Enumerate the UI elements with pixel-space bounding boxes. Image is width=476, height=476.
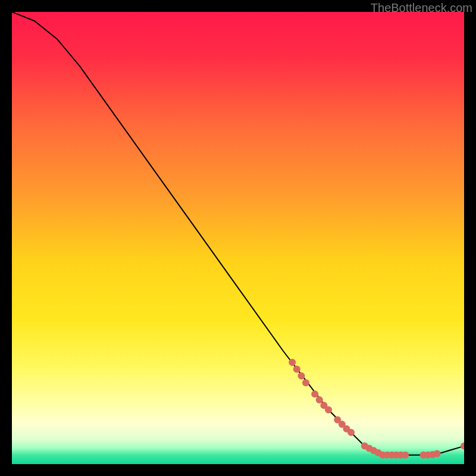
bottleneck-chart — [12, 12, 464, 464]
data-marker — [325, 406, 332, 414]
data-marker — [402, 452, 409, 459]
chart-background — [12, 12, 464, 464]
data-marker — [347, 429, 355, 436]
data-marker — [302, 379, 309, 386]
data-marker — [433, 450, 440, 458]
data-marker — [293, 365, 300, 372]
data-marker — [311, 390, 318, 397]
chart-svg — [12, 12, 464, 464]
data-marker — [289, 359, 296, 366]
data-marker — [298, 372, 305, 380]
